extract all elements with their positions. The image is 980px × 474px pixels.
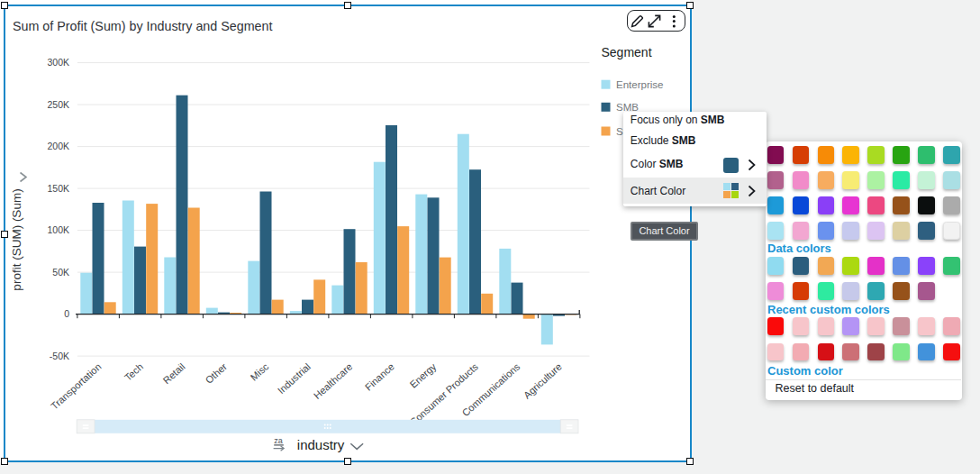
svg-text:Retail: Retail <box>161 361 187 387</box>
svg-text:Energy: Energy <box>408 360 439 390</box>
svg-text:Finance: Finance <box>363 361 396 393</box>
svg-text:Transportation: Transportation <box>49 361 103 412</box>
svg-text:50K: 50K <box>52 267 69 278</box>
svg-text:industry: industry <box>297 437 345 452</box>
svg-text:Consumer Products: Consumer Products <box>408 360 481 427</box>
svg-text:Sum of Profit (Sum) by Industr: Sum of Profit (Sum) by Industry and Segm… <box>13 19 272 33</box>
svg-text:Tech: Tech <box>122 361 145 383</box>
svg-text:Agriculture: Agriculture <box>522 361 564 401</box>
svg-text:Other: Other <box>204 360 230 386</box>
svg-text:Segment: Segment <box>602 45 652 59</box>
svg-text:150K: 150K <box>47 183 69 194</box>
svg-text:profit (SUM) (Sum): profit (SUM) (Sum) <box>10 188 23 290</box>
svg-text:za: za <box>274 436 283 445</box>
svg-text:250K: 250K <box>47 99 69 110</box>
svg-text:200K: 200K <box>47 141 69 151</box>
svg-text:Healthcare: Healthcare <box>312 361 355 402</box>
svg-text:100K: 100K <box>47 224 69 235</box>
svg-text:Misc: Misc <box>249 360 271 382</box>
svg-text:Industrial: Industrial <box>276 361 313 397</box>
svg-text:-50K: -50K <box>50 351 69 361</box>
svg-text:0: 0 <box>64 308 69 319</box>
svg-text:300K: 300K <box>47 57 69 68</box>
svg-text:Enterprise: Enterprise <box>616 79 663 90</box>
